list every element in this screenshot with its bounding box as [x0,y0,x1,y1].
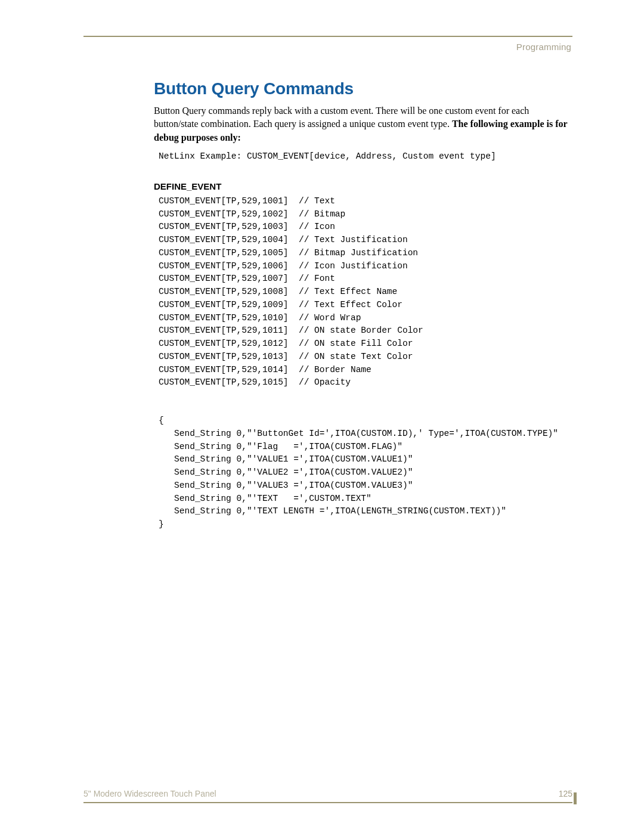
main-content: Button Query Commands Button Query comma… [83,79,572,531]
header-rule [83,36,572,37]
define-event-heading: DEFINE_EVENT [154,181,572,191]
page-title: Button Query Commands [154,79,572,98]
footer-page-number: 125 [559,789,572,798]
page-content: Programming Button Query Commands Button… [83,36,572,531]
intro-paragraph: Button Query commands reply back with a … [154,104,572,144]
send-string-block: { Send_String 0,"'ButtonGet Id=',ITOA(CU… [154,414,572,531]
footer-rule [83,802,572,803]
footer-product-name: 5" Modero Widescreen Touch Panel [83,789,216,798]
header-section-label: Programming [83,42,572,52]
netlinx-example-line: NetLinx Example: CUSTOM_EVENT[device, Ad… [154,150,572,163]
events-code-block: CUSTOM_EVENT[TP,529,1001] // Text CUSTOM… [154,195,572,389]
page-footer: 5" Modero Widescreen Touch Panel 125 [83,789,572,803]
footer-accent-bar [574,792,577,804]
